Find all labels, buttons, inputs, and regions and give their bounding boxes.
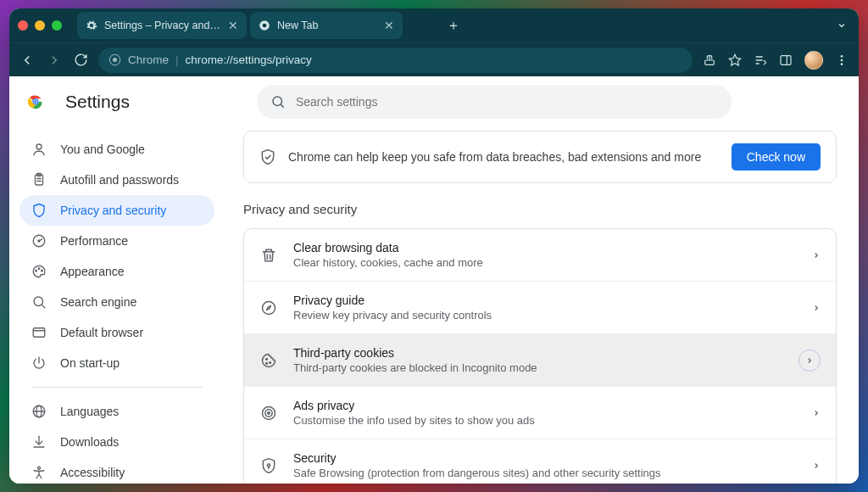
site-info-icon[interactable]	[108, 53, 121, 66]
row-subtitle: Customise the info used by sites to show…	[293, 414, 797, 427]
svg-point-17	[34, 100, 37, 103]
chrome-logo-icon	[26, 92, 45, 111]
browser-window: Settings – Privacy and security ✕ New Ta…	[9, 8, 859, 484]
close-window-button[interactable]	[18, 20, 28, 31]
svg-point-20	[36, 144, 42, 149]
cookie-icon	[259, 352, 278, 369]
shield-icon	[31, 203, 47, 218]
settings-header: Settings	[9, 76, 859, 127]
gauge-icon	[31, 233, 47, 249]
svg-line-31	[42, 305, 44, 307]
row-title: Privacy guide	[293, 294, 797, 307]
sidebar-item-label: Privacy and security	[60, 204, 166, 217]
side-panel-icon[interactable]	[779, 53, 793, 67]
svg-point-29	[42, 271, 43, 272]
row-title: Clear browsing data	[293, 241, 797, 254]
reading-list-icon[interactable]	[754, 53, 767, 67]
sidebar-item-label: You and Google	[60, 143, 145, 156]
shield-check-icon	[259, 148, 276, 165]
svg-point-38	[38, 467, 41, 469]
palette-icon	[31, 264, 47, 279]
svg-marker-42	[267, 305, 271, 310]
settings-search[interactable]	[257, 85, 732, 119]
chevron-right-icon	[812, 461, 821, 470]
svg-point-27	[36, 271, 37, 272]
settings-row-ads-privacy[interactable]: Ads privacy Customise the info used by s…	[244, 386, 836, 439]
svg-point-18	[273, 97, 282, 106]
check-now-button[interactable]: Check now	[732, 143, 821, 171]
sidebar-item-label: Downloads	[60, 435, 119, 449]
sidebar-item-performance[interactable]: Performance	[19, 226, 214, 256]
new-tab-button[interactable]: ＋	[442, 14, 465, 36]
svg-point-48	[268, 411, 270, 414]
back-button[interactable]	[19, 53, 35, 68]
sidebar-item-search-engine[interactable]: Search engine	[19, 287, 214, 317]
sidebar-item-downloads[interactable]: Downloads	[19, 427, 214, 457]
tab-close-icon[interactable]: ✕	[384, 19, 394, 32]
svg-point-3	[113, 58, 117, 62]
svg-line-19	[281, 104, 283, 107]
forward-button[interactable]	[47, 53, 62, 68]
globe-icon	[31, 404, 47, 419]
maximize-window-button[interactable]	[52, 20, 62, 31]
tab-active[interactable]: Settings – Privacy and security ✕	[77, 12, 247, 39]
settings-row-privacy-guide[interactable]: Privacy guide Review key privacy and sec…	[244, 281, 836, 333]
omnibox[interactable]: Chrome | chrome://settings/privacy	[98, 48, 693, 73]
window-controls	[18, 20, 62, 31]
tab-dropdown-icon[interactable]	[837, 20, 847, 31]
section-title: Privacy and security	[243, 202, 837, 216]
trash-icon	[259, 247, 278, 264]
minimize-window-button[interactable]	[35, 20, 45, 31]
sidebar-item-label: Autofill and passwords	[60, 173, 179, 187]
row-title: Third-party cookies	[293, 346, 783, 360]
row-title: Ads privacy	[293, 399, 797, 412]
profile-avatar[interactable]	[804, 51, 823, 70]
sidebar-item-label: Search engine	[60, 295, 136, 309]
reload-button[interactable]	[74, 53, 88, 67]
row-subtitle: Review key privacy and security controls	[293, 309, 797, 321]
settings-card: Clear browsing data Clear history, cooki…	[243, 228, 837, 484]
sidebar-item-label: Performance	[60, 234, 128, 248]
bookmark-icon[interactable]	[728, 53, 742, 67]
chrome-icon	[259, 20, 270, 31]
menu-icon[interactable]	[835, 53, 849, 67]
url-prefix: Chrome	[128, 53, 169, 66]
chevron-right-icon	[812, 409, 821, 417]
svg-point-1	[263, 24, 267, 28]
search-input[interactable]	[296, 95, 718, 109]
tab[interactable]: New Tab ✕	[250, 12, 403, 39]
sidebar: You and Google Autofill and passwords Pr…	[9, 127, 221, 484]
sidebar-item-you-and-google[interactable]: You and Google	[19, 134, 214, 165]
settings-row-clear-browsing-data[interactable]: Clear browsing data Clear history, cooki…	[244, 229, 836, 281]
search-icon	[31, 294, 47, 310]
svg-point-11	[841, 55, 843, 58]
svg-point-44	[270, 361, 271, 363]
sidebar-item-default-browser[interactable]: Default browser	[19, 317, 214, 348]
sidebar-item-privacy-and-security[interactable]: Privacy and security	[19, 195, 214, 226]
target-icon	[259, 405, 278, 422]
share-icon[interactable]	[703, 53, 716, 67]
svg-marker-5	[729, 54, 740, 65]
svg-rect-4	[705, 60, 715, 64]
security-icon	[259, 457, 278, 474]
clipboard-icon	[31, 172, 47, 187]
sidebar-item-label: Languages	[60, 405, 119, 418]
toolbar: Chrome | chrome://settings/privacy	[9, 42, 859, 76]
safety-check-banner: Chrome can help keep you safe from data …	[243, 131, 837, 183]
svg-point-13	[841, 63, 843, 65]
tab-close-icon[interactable]: ✕	[228, 19, 238, 32]
row-subtitle: Clear history, cookies, cache and more	[293, 256, 797, 269]
settings-row-third-party-cookies[interactable]: Third-party cookies Third-party cookies …	[244, 333, 836, 386]
sidebar-divider	[31, 387, 203, 388]
settings-row-security[interactable]: Security Safe Browsing (protection from …	[244, 439, 836, 484]
sidebar-item-on-start-up[interactable]: On start-up	[19, 348, 214, 378]
sidebar-item-autofill-and-passwords[interactable]: Autofill and passwords	[19, 165, 214, 195]
svg-point-12	[841, 59, 843, 61]
sidebar-item-accessibility[interactable]: Accessibility	[19, 457, 214, 484]
page-content: Settings You and Google Autofill and pas…	[9, 76, 859, 484]
main-panel: Chrome can help keep you safe from data …	[221, 127, 859, 484]
svg-point-26	[38, 240, 40, 242]
sidebar-item-appearance[interactable]: Appearance	[19, 256, 214, 287]
sidebar-item-languages[interactable]: Languages	[19, 396, 214, 427]
chevron-right-icon	[812, 251, 821, 260]
